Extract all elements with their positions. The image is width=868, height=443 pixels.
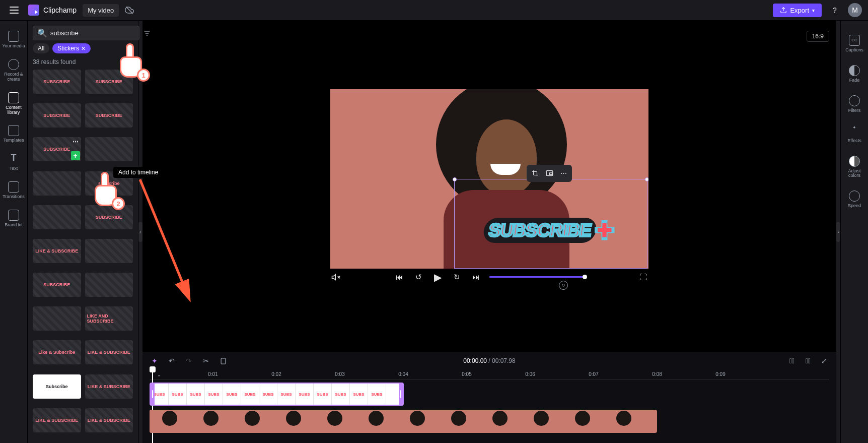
filters-icon xyxy=(849,95,860,106)
collapse-inspector-handle[interactable]: › xyxy=(836,21,840,443)
fade-icon xyxy=(849,65,860,76)
undo-button[interactable]: ↶ xyxy=(167,356,177,366)
rail-record-create[interactable]: Record & create xyxy=(0,54,27,87)
search-box[interactable]: 🔍 xyxy=(33,26,139,40)
sticker-add-button[interactable]: + xyxy=(71,151,80,160)
svg-line-10 xyxy=(140,179,188,295)
rail-effects[interactable]: ✦Effects xyxy=(841,120,868,149)
playhead[interactable] xyxy=(150,366,156,372)
volume-slider[interactable] xyxy=(489,276,585,278)
redo-button[interactable]: ↷ xyxy=(184,356,194,366)
clip-thumb xyxy=(356,410,397,433)
zoom-out-button[interactable]: －⃝ xyxy=(787,356,797,366)
sticker-result[interactable]: SUBSCRIBE⋯+ xyxy=(33,137,81,161)
sticker-result[interactable]: Like & Subscribe xyxy=(33,340,81,364)
sticker-more-button[interactable]: ⋯ xyxy=(73,138,79,145)
chip-close-icon[interactable]: ✕ xyxy=(81,45,86,52)
sticker-clip[interactable]: SUBSSUBSSUBSSUBSSUBSSUBSSUBSSUBSSUBSSUBS… xyxy=(150,383,404,406)
chip-stickers[interactable]: Stickers✕ xyxy=(52,43,91,53)
sticker-result[interactable] xyxy=(33,205,81,229)
main-menu-button[interactable] xyxy=(6,2,22,18)
zoom-in-button[interactable]: ＋⃝ xyxy=(803,356,813,366)
rail-filters[interactable]: Filters xyxy=(841,90,868,118)
help-button[interactable]: ? xyxy=(828,3,842,17)
svg-marker-7 xyxy=(332,274,336,280)
rail-speed[interactable]: Speed xyxy=(841,185,868,214)
export-button[interactable]: Export ▾ xyxy=(773,4,822,17)
sticker-label: SUBSCRIBE xyxy=(94,112,124,119)
track-collapse-icon[interactable]: ˅ xyxy=(158,374,161,381)
logo-icon xyxy=(28,5,39,16)
sticker-result[interactable]: SUBSCRIBE xyxy=(33,273,81,297)
sticker-result[interactable]: LIKE & SUBSCRIBE xyxy=(33,239,81,263)
more-button[interactable]: ⋯ xyxy=(557,167,570,180)
sticker-result[interactable]: LIKE & SUBSCRIBE xyxy=(33,408,81,432)
sticker-result[interactable]: LIKE & SUBSCRIBE xyxy=(85,374,133,399)
fit-button[interactable]: ⤢ xyxy=(819,356,829,366)
clip-thumb xyxy=(273,410,315,433)
crop-button[interactable] xyxy=(529,167,542,180)
adjust-colors-icon xyxy=(849,156,860,167)
effects-icon: ✦ xyxy=(849,125,860,137)
avatar[interactable]: M xyxy=(848,3,862,17)
clipchamp-logo[interactable]: Clipchamp xyxy=(28,5,77,16)
playback-speed-badge[interactable]: ↻ xyxy=(559,281,568,290)
rail-text[interactable]: TText xyxy=(0,148,27,176)
delete-button[interactable] xyxy=(218,356,228,366)
rail-adjust-colors[interactable]: Adjust colors xyxy=(841,151,868,184)
rail-captions[interactable]: CCCaptions xyxy=(841,30,868,58)
split-button[interactable]: ✂ xyxy=(201,356,211,366)
sticker-result[interactable]: Subscribe xyxy=(33,374,81,399)
ruler-tick: 0:04 xyxy=(398,371,408,377)
sticker-result[interactable] xyxy=(85,239,133,263)
mute-button[interactable] xyxy=(330,272,341,283)
play-button[interactable]: ▶ xyxy=(432,272,443,283)
media-icon xyxy=(8,31,19,42)
rail-your-media[interactable]: Your media xyxy=(0,26,27,54)
rail-content-library[interactable]: Content library xyxy=(0,87,27,120)
search-input[interactable] xyxy=(50,29,135,37)
subscribe-sticker-text: SUBSCRIBE xyxy=(482,218,598,243)
fullscreen-button[interactable]: ⛶ xyxy=(637,272,648,283)
magic-button[interactable]: ✦ xyxy=(150,356,160,366)
timeline-ruler[interactable]: 0:010:020:030:040:050:060:070:080:09 xyxy=(150,369,829,379)
clip-handle-left[interactable] xyxy=(151,384,155,405)
timeline-area: ˅ ✦ ↶ ↷ ✂ 00:00.00 / 00:07.98 －⃝ ＋⃝ ⤢ 0:… xyxy=(142,352,836,443)
clip-thumb: SUBS xyxy=(332,384,350,405)
sticker-result[interactable]: SUBSCRIBE xyxy=(85,103,133,128)
chip-all[interactable]: All xyxy=(33,43,49,53)
sticker-label xyxy=(55,182,59,184)
sticker-result[interactable] xyxy=(33,171,81,196)
volume-track xyxy=(489,276,585,278)
rail-brand-kit[interactable]: Brand kit xyxy=(0,205,27,233)
sticker-track: SUBSSUBSSUBSSUBSSUBSSUBSSUBSSUBSSUBSSUBS… xyxy=(150,383,829,406)
sticker-result[interactable] xyxy=(85,273,133,297)
aspect-ratio-button[interactable]: 16:9 xyxy=(807,31,829,42)
sticker-result[interactable]: LIKE & SUBSCRIBE xyxy=(85,408,133,432)
forward-button[interactable]: ↻ xyxy=(451,272,462,283)
skip-end-button[interactable]: ⏭ xyxy=(470,272,481,283)
sticker-result[interactable] xyxy=(33,306,81,331)
rail-fade[interactable]: Fade xyxy=(841,60,868,88)
sticker-on-canvas[interactable]: SUBSCRIBE xyxy=(459,213,640,248)
canvas-toolbar: ⋯ xyxy=(527,165,572,182)
rail-templates[interactable]: Templates xyxy=(0,120,27,148)
pip-button[interactable] xyxy=(543,167,556,180)
clip-handle-right[interactable] xyxy=(399,384,403,405)
skip-start-button[interactable]: ⏮ xyxy=(394,272,405,283)
rewind-button[interactable]: ↺ xyxy=(413,272,424,283)
video-canvas[interactable]: SUBSCRIBE xyxy=(330,89,648,269)
project-name-button[interactable]: My video xyxy=(83,4,119,17)
sticker-label xyxy=(55,318,59,320)
sticker-result[interactable]: SUBSCRIBE xyxy=(33,70,81,94)
sticker-result[interactable]: SUBSCRIBE xyxy=(85,205,133,229)
sticker-label: Like & Subscribe xyxy=(36,349,77,356)
sticker-result[interactable] xyxy=(85,137,133,161)
clip-thumb: SUBS xyxy=(187,384,205,405)
rail-transitions[interactable]: Transitions xyxy=(0,176,27,205)
sticker-result[interactable]: LIKE AND SUBSCRIBE xyxy=(85,306,133,331)
sticker-result[interactable]: LIKE & SUBSCRIBE xyxy=(85,340,133,364)
speed-icon xyxy=(849,191,860,202)
sticker-result[interactable]: SUBSCRIBE xyxy=(33,103,81,128)
video-clip[interactable] xyxy=(150,410,657,433)
